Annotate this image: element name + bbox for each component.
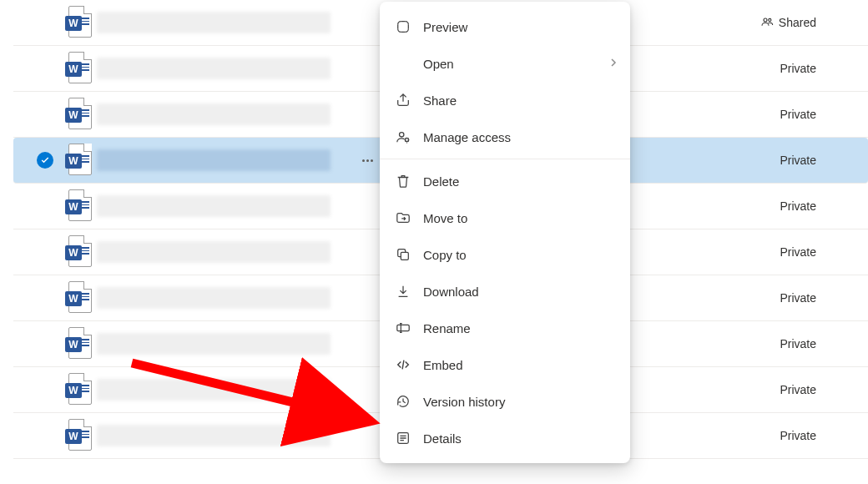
redacted-name xyxy=(97,333,331,355)
menu-open[interactable]: Open xyxy=(380,45,630,82)
menu-download[interactable]: Download xyxy=(380,273,630,310)
menu-label: Download xyxy=(423,285,618,299)
menu-share[interactable]: Share xyxy=(380,82,630,118)
word-doc-icon: W xyxy=(65,144,92,177)
word-doc-icon: W xyxy=(65,189,92,223)
sharing-cell[interactable]: Private xyxy=(780,108,816,121)
file-type-icon-col: W xyxy=(60,327,97,360)
redacted-name xyxy=(97,425,331,446)
rename-icon xyxy=(395,320,411,336)
svg-rect-5 xyxy=(397,325,409,330)
file-name-cell[interactable] xyxy=(97,378,356,401)
menu-rename[interactable]: Rename xyxy=(380,310,630,346)
file-name-cell[interactable] xyxy=(97,424,356,447)
file-name-cell[interactable] xyxy=(97,57,356,80)
word-doc-icon: W xyxy=(65,98,92,131)
menu-label: Embed xyxy=(423,358,618,372)
menu-label: Version history xyxy=(423,395,618,409)
sharing-label: Private xyxy=(780,245,816,259)
file-name-cell[interactable] xyxy=(97,194,356,218)
menu-details[interactable]: Details xyxy=(380,420,630,456)
file-name-cell[interactable] xyxy=(97,11,356,34)
file-name-cell[interactable] xyxy=(97,103,356,126)
menu-label: Preview xyxy=(423,20,618,34)
redacted-name xyxy=(97,149,331,171)
word-doc-icon: W xyxy=(65,373,92,406)
menu-move-to[interactable]: Move to xyxy=(380,199,630,236)
file-name-cell[interactable] xyxy=(97,286,356,310)
menu-separator xyxy=(380,159,630,159)
file-type-icon-col: W xyxy=(60,98,97,131)
copy-icon xyxy=(395,246,411,263)
people-icon xyxy=(760,15,774,31)
sharing-cell[interactable]: Private xyxy=(780,291,816,305)
menu-label: Move to xyxy=(423,211,618,225)
select-check-col[interactable] xyxy=(30,152,60,169)
sharing-label: Private xyxy=(780,62,816,75)
sharing-cell[interactable]: Private xyxy=(780,383,816,396)
sharing-label: Private xyxy=(780,108,816,121)
share-icon xyxy=(395,92,411,108)
svg-point-2 xyxy=(400,133,404,137)
menu-label: Manage access xyxy=(423,130,618,144)
menu-label: Delete xyxy=(423,174,618,189)
menu-copy-to[interactable]: Copy to xyxy=(380,236,630,273)
sharing-cell[interactable]: Private xyxy=(780,245,816,259)
move-to-icon xyxy=(395,209,411,226)
download-icon xyxy=(395,283,411,300)
sharing-cell[interactable]: Shared xyxy=(760,15,816,31)
menu-preview[interactable]: Preview xyxy=(380,8,630,45)
sharing-label: Private xyxy=(780,199,816,213)
svg-point-3 xyxy=(406,139,409,142)
menu-version-history[interactable]: Version history xyxy=(380,383,630,420)
file-name-cell[interactable] xyxy=(97,149,356,172)
svg-point-0 xyxy=(764,18,767,22)
file-type-icon-col: W xyxy=(60,419,97,452)
menu-label: Open xyxy=(423,57,597,71)
menu-manage-access[interactable]: Manage access xyxy=(380,118,630,155)
redacted-name xyxy=(97,103,331,125)
word-doc-icon: W xyxy=(65,6,92,39)
sharing-cell[interactable]: Private xyxy=(780,337,816,350)
file-name-cell[interactable] xyxy=(97,332,356,355)
word-doc-icon: W xyxy=(65,52,92,85)
more-actions-button[interactable] xyxy=(356,149,379,172)
sharing-cell[interactable]: Private xyxy=(780,199,816,213)
sharing-label: Private xyxy=(780,337,816,350)
embed-icon xyxy=(395,356,411,373)
details-icon xyxy=(395,430,411,446)
redacted-name xyxy=(97,241,331,263)
sharing-cell[interactable]: Private xyxy=(780,429,816,442)
history-icon xyxy=(395,393,411,410)
sharing-cell[interactable]: Private xyxy=(780,62,816,75)
sharing-label: Private xyxy=(780,429,816,442)
sharing-label: Private xyxy=(780,383,816,396)
file-type-icon-col: W xyxy=(60,52,97,85)
menu-label: Rename xyxy=(423,321,618,335)
manage-access-icon xyxy=(395,129,411,145)
sharing-label: Shared xyxy=(779,16,816,29)
sharing-cell[interactable]: Private xyxy=(780,154,816,167)
menu-label: Copy to xyxy=(423,248,618,262)
svg-point-1 xyxy=(769,18,771,21)
menu-delete[interactable]: Delete xyxy=(380,163,630,199)
menu-embed[interactable]: Embed xyxy=(380,346,630,383)
menu-label: Details xyxy=(423,431,618,446)
sharing-label: Private xyxy=(780,291,816,305)
redacted-name xyxy=(97,12,331,33)
file-type-icon-col: W xyxy=(60,189,97,223)
context-menu: Preview Open Share Manage access xyxy=(380,2,630,463)
ellipsis-icon xyxy=(362,159,373,162)
trash-icon xyxy=(395,173,411,189)
word-doc-icon: W xyxy=(65,281,92,315)
chevron-right-icon xyxy=(608,57,618,70)
sharing-label: Private xyxy=(780,154,816,167)
file-type-icon-col: W xyxy=(60,281,97,315)
word-doc-icon: W xyxy=(65,419,92,452)
file-name-cell[interactable] xyxy=(97,240,356,264)
redacted-name xyxy=(97,379,331,401)
file-type-icon-col: W xyxy=(60,144,97,177)
file-type-icon-col: W xyxy=(60,373,97,406)
redacted-name xyxy=(97,195,331,217)
word-doc-icon: W xyxy=(65,327,92,360)
